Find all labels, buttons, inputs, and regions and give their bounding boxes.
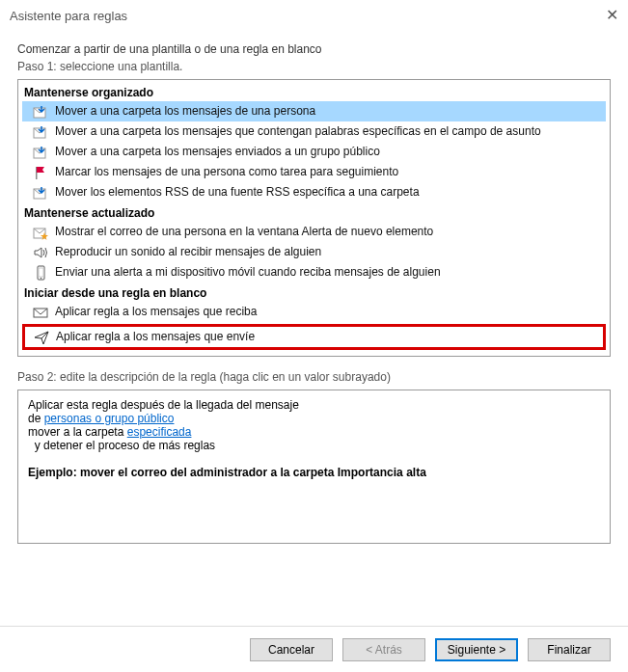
desc-line2: de personas o grupo público — [28, 412, 600, 425]
rule-item-apply-incoming[interactable]: Aplicar regla a los mensajes que reciba — [22, 302, 606, 322]
step2-label: Paso 2: edite la descripción de la regla… — [17, 370, 611, 384]
alert-star-icon — [32, 224, 49, 241]
move-folder-icon — [32, 123, 49, 141]
rule-description-box: Aplicar esta regla después de la llegada… — [17, 390, 611, 544]
mobile-icon — [32, 264, 49, 282]
button-bar: Cancelar < Atrás Siguiente > Finalizar — [0, 626, 628, 672]
back-button[interactable]: < Atrás — [342, 638, 425, 661]
sound-icon — [32, 244, 49, 261]
move-folder-icon — [32, 103, 49, 121]
window-title: Asistente para reglas — [10, 9, 127, 23]
desc-example: Ejemplo: mover el correo del administrad… — [28, 466, 600, 479]
section-header-blank: Iniciar desde una regla en blanco — [22, 282, 606, 302]
rule-item-label: Aplicar regla a los mensajes que reciba — [55, 303, 257, 321]
close-icon[interactable]: ✕ — [606, 6, 618, 24]
link-people-group[interactable]: personas o grupo público — [44, 412, 175, 425]
rule-item-label: Reproducir un sonido al recibir mensajes… — [55, 243, 321, 261]
envelope-icon — [32, 304, 49, 321]
next-button[interactable]: Siguiente > — [435, 638, 518, 661]
rule-item-label: Mover los elementos RSS de una fuente RS… — [55, 183, 420, 202]
desc-line1: Aplicar esta regla después de la llegada… — [28, 398, 600, 412]
rule-item-label: Mover a una carpeta los mensajes de una … — [55, 102, 315, 121]
link-folder-specified[interactable]: especificada — [127, 425, 192, 439]
highlight-annotation: Aplicar regla a los mensajes que envíe — [22, 324, 606, 350]
desc-line4: y detener el proceso de más reglas — [28, 439, 600, 452]
flag-icon — [32, 164, 49, 181]
finish-button[interactable]: Finalizar — [528, 638, 611, 661]
intro-text: Comenzar a partir de una plantilla o de … — [17, 42, 611, 56]
rule-item-label: Mover a una carpeta los mensajes enviado… — [55, 143, 380, 161]
rule-item-play-sound[interactable]: Reproducir un sonido al recibir mensajes… — [22, 242, 606, 262]
rule-item-label: Marcar los mensajes de una persona como … — [55, 163, 398, 181]
move-folder-icon — [32, 144, 49, 161]
rule-item-label: Mover a una carpeta los mensajes que con… — [55, 122, 541, 141]
rule-item-mobile-alert[interactable]: Enviar una alerta a mi dispositivo móvil… — [22, 262, 606, 282]
rule-item-alert-window[interactable]: Mostrar el correo de una persona en la v… — [22, 222, 606, 242]
dialog-content: Comenzar a partir de una plantilla o de … — [0, 31, 628, 544]
desc-line3: mover a la carpeta especificada — [28, 425, 600, 439]
svg-point-9 — [41, 277, 41, 278]
title-bar: Asistente para reglas ✕ — [0, 0, 628, 31]
rule-item-label: Mostrar el correo de una persona en la v… — [55, 223, 433, 241]
template-listbox[interactable]: Mantenerse organizado Mover a una carpet… — [17, 79, 611, 357]
svg-rect-8 — [39, 268, 43, 277]
move-folder-icon — [32, 184, 49, 202]
rule-item-move-from-person[interactable]: Mover a una carpeta los mensajes de una … — [22, 101, 606, 121]
cancel-button[interactable]: Cancelar — [250, 638, 333, 661]
rule-item-label: Aplicar regla a los mensajes que envíe — [56, 328, 255, 346]
step1-label: Paso 1: seleccione una plantilla. — [17, 60, 611, 73]
send-icon — [33, 329, 50, 346]
rule-item-flag-followup[interactable]: Marcar los mensajes de una persona como … — [22, 162, 606, 182]
rule-item-move-rss[interactable]: Mover los elementos RSS de una fuente RS… — [22, 182, 606, 202]
rule-item-move-words-subject[interactable]: Mover a una carpeta los mensajes que con… — [22, 121, 606, 142]
section-header-updated: Mantenerse actualizado — [22, 202, 606, 222]
rule-item-label: Enviar una alerta a mi dispositivo móvil… — [55, 263, 441, 282]
rule-item-move-public-group[interactable]: Mover a una carpeta los mensajes enviado… — [22, 142, 606, 162]
rule-item-apply-outgoing[interactable]: Aplicar regla a los mensajes que envíe — [25, 327, 603, 347]
section-header-organized: Mantenerse organizado — [22, 82, 606, 101]
